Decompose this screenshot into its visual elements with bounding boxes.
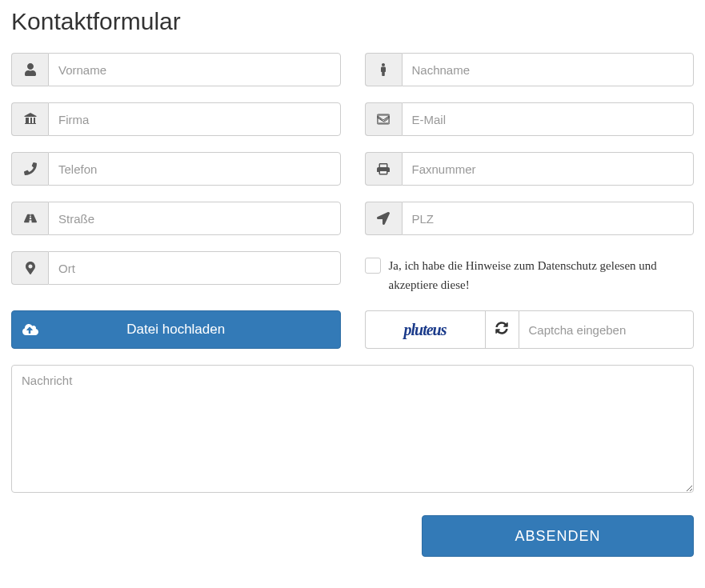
upload-label: Datei hochladen (49, 322, 340, 338)
strasse-input[interactable] (48, 202, 341, 235)
captcha-group: pluteus (365, 310, 695, 349)
submit-button[interactable]: ABSENDEN (422, 515, 694, 557)
plz-group (365, 202, 695, 235)
firma-group (11, 102, 341, 136)
phone-icon (11, 152, 48, 186)
vorname-input[interactable] (48, 53, 341, 86)
fax-group (365, 152, 695, 186)
location-arrow-icon (365, 202, 402, 235)
privacy-label: Ja, ich habe die Hinweise zum Datenschut… (389, 256, 695, 294)
fax-input[interactable] (402, 152, 695, 186)
privacy-checkbox-row: Ja, ich habe die Hinweise zum Datenschut… (365, 251, 695, 294)
captcha-refresh-button[interactable] (485, 310, 519, 349)
privacy-checkbox[interactable] (365, 258, 381, 274)
telefon-group (11, 152, 341, 186)
refresh-icon (495, 322, 508, 338)
strasse-group (11, 202, 341, 235)
email-input[interactable] (402, 102, 695, 136)
road-icon (11, 202, 48, 235)
male-icon (365, 53, 402, 86)
institution-icon (11, 102, 48, 136)
nachname-group (365, 53, 695, 86)
nachname-input[interactable] (402, 53, 695, 86)
map-marker-icon (11, 251, 48, 285)
user-icon (11, 53, 48, 86)
ort-input[interactable] (48, 251, 341, 285)
telefon-input[interactable] (48, 152, 341, 186)
captcha-input[interactable] (519, 310, 695, 349)
firma-input[interactable] (48, 102, 341, 136)
print-icon (365, 152, 402, 186)
captcha-image: pluteus (365, 310, 485, 349)
cloud-upload-icon (12, 322, 49, 338)
envelope-icon (365, 102, 402, 136)
vorname-group (11, 53, 341, 86)
plz-input[interactable] (402, 202, 695, 235)
page-title: Kontaktformular (11, 8, 694, 35)
message-textarea[interactable] (11, 365, 694, 493)
email-group (365, 102, 695, 136)
upload-button[interactable]: Datei hochladen (11, 310, 341, 349)
ort-group (11, 251, 341, 285)
